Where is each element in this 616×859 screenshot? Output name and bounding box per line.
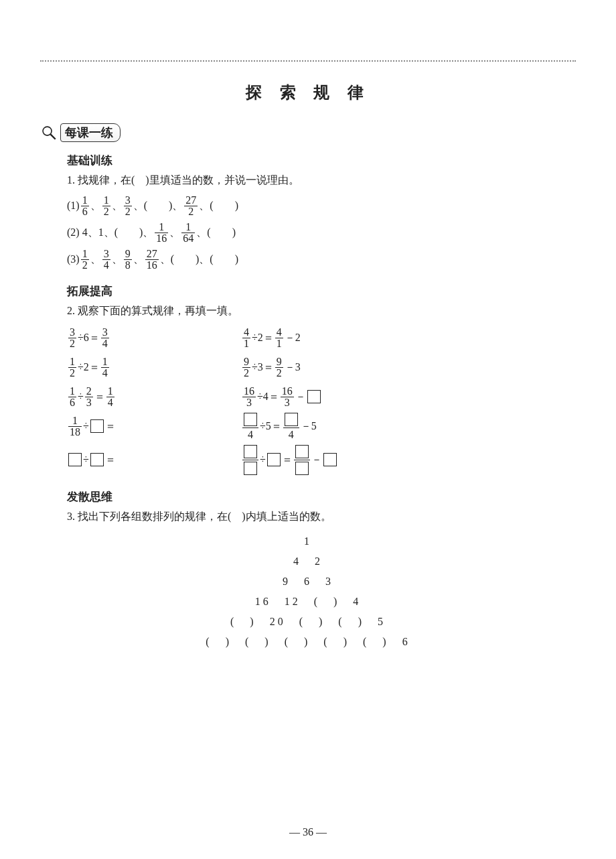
numerator: 9 <box>275 356 283 368</box>
numerator: 9 <box>242 356 250 368</box>
eq-3L: 16 ÷ 23 ＝ 14 <box>67 386 241 408</box>
numerator: 27 <box>184 195 198 206</box>
page-number: — 36 — <box>40 826 576 838</box>
numerator: 4 <box>275 327 283 338</box>
numerator: 1 <box>181 222 195 233</box>
denominator: 1 <box>242 338 250 349</box>
op: ÷ <box>83 454 89 466</box>
fraction: 98 <box>124 249 132 271</box>
eq-4L: 118 ÷ ＝ <box>67 415 241 438</box>
denominator: 2 <box>275 368 283 379</box>
fraction-blank <box>242 445 258 475</box>
pyr-row-2: 4 2 <box>40 551 576 572</box>
dotted-divider <box>40 60 576 62</box>
eq-4R: 4 ÷5＝ 4 －5 <box>241 413 415 440</box>
op: ÷4＝ <box>257 390 279 404</box>
eq-row-4: 118 ÷ ＝ 4 ÷5＝ 4 －5 <box>67 411 576 441</box>
q1-1-prefix: (1) <box>67 200 80 212</box>
eq-5L: ÷ ＝ <box>67 453 241 467</box>
sep: 、 <box>133 253 144 267</box>
eq: ＝ <box>94 390 105 404</box>
tail: －5 <box>301 419 317 434</box>
fraction: 34 <box>101 327 109 349</box>
op: ÷2＝ <box>78 360 100 375</box>
denominator: 18 <box>68 427 82 438</box>
numerator: 1 <box>81 249 89 260</box>
pyr-row-6: ( ) ( ) ( ) ( ) ( ) 6 <box>40 632 576 652</box>
q1-2: (2) 4、1、( )、 116 、 164 、( ) <box>67 219 576 246</box>
fraction: 92 <box>242 356 250 379</box>
sep: 、 <box>169 226 180 240</box>
number-pyramid: 1 4 2 9 6 3 16 12 ( ) 4 ( ) 20 ( ) ( ) 5… <box>40 531 576 652</box>
sep: 、 <box>90 199 101 213</box>
denominator: 2 <box>68 368 76 379</box>
denominator: 16 <box>145 260 159 271</box>
blank-box <box>323 453 337 466</box>
numerator: 16 <box>242 386 256 397</box>
fraction: 16 <box>81 195 89 217</box>
fraction: 163 <box>242 386 256 408</box>
sep: 、 <box>90 253 101 267</box>
q1-3-prefix: (3) <box>67 253 80 265</box>
denominator: 2 <box>184 206 198 217</box>
denominator: 2 <box>102 206 110 217</box>
blank-box <box>244 445 257 458</box>
q3-text: 3. 找出下列各组数排列的规律，在( )内填上适当的数。 <box>67 509 576 525</box>
pyr-row-1: 1 <box>40 531 576 551</box>
eq-row-5: ÷ ＝ ÷ ＝ － <box>67 441 576 478</box>
eq: ＝ <box>105 419 116 434</box>
blank-box <box>68 453 82 466</box>
numerator: 3 <box>102 249 110 260</box>
blank-box <box>244 462 257 475</box>
blank-box <box>267 453 281 466</box>
numerator: 9 <box>124 249 132 260</box>
eq: ＝ <box>282 453 293 467</box>
eq-2R: 92 ÷3＝ 92 －3 <box>241 356 415 379</box>
denominator: 3 <box>281 397 294 408</box>
practice-bar: 每课一练 <box>40 123 576 142</box>
magnifier-icon <box>40 124 58 141</box>
denominator: 8 <box>124 260 132 271</box>
op: ÷6＝ <box>78 331 100 345</box>
eq-1R: 41 ÷2＝ 41 －2 <box>241 327 415 349</box>
eq-row-3: 16 ÷ 23 ＝ 14 163 ÷4＝ 163 － <box>67 382 576 411</box>
minus: － <box>311 453 322 467</box>
blank-box <box>90 453 104 466</box>
denominator: 64 <box>181 233 195 244</box>
eq-2L: 12 ÷2＝ 14 <box>67 356 241 379</box>
numerator: 1 <box>102 195 110 206</box>
fraction: 41 <box>242 327 250 349</box>
numerator: 3 <box>101 327 109 338</box>
op: ÷ <box>78 391 84 403</box>
denominator: 6 <box>81 206 89 217</box>
page: 探 索 规 律 每课一练 基础训练 1. 找规律，在( )里填适当的数，并说一说… <box>0 60 616 859</box>
numerator: 3 <box>124 195 132 206</box>
fraction: 163 <box>281 386 294 408</box>
fraction: 16 <box>68 386 76 408</box>
page-title: 探 索 规 律 <box>40 82 576 103</box>
numerator: 1 <box>155 222 168 233</box>
fraction-blank: 4 <box>283 413 299 440</box>
q1-2-tail: 、( ) <box>196 226 236 240</box>
eq-row-1: 32 ÷6＝ 34 41 ÷2＝ 41 －2 <box>67 323 576 352</box>
practice-label: 每课一练 <box>60 123 121 142</box>
op: ÷5＝ <box>260 419 282 434</box>
denominator: 16 <box>155 233 168 244</box>
denominator: 6 <box>68 397 76 408</box>
q2-text: 2. 观察下面的算式规律，再填一填。 <box>67 303 576 319</box>
op: ÷ <box>83 420 89 432</box>
q1-2-prefix: (2) 4、1、( )、 <box>67 226 153 240</box>
numerator: 2 <box>85 386 93 397</box>
sep: 、 <box>112 199 123 213</box>
denominator: 3 <box>242 397 256 408</box>
fraction: 12 <box>68 356 76 379</box>
denominator: 4 <box>101 338 109 349</box>
section-basic-head: 基础训练 <box>67 153 576 168</box>
fraction: 41 <box>275 327 283 349</box>
section-divergent-head: 发散思维 <box>67 489 576 505</box>
section-expand-head: 拓展提高 <box>67 283 576 299</box>
numerator: 1 <box>101 356 109 368</box>
fraction: 14 <box>101 356 109 379</box>
numerator: 4 <box>242 327 250 338</box>
numerator: 1 <box>68 386 76 397</box>
